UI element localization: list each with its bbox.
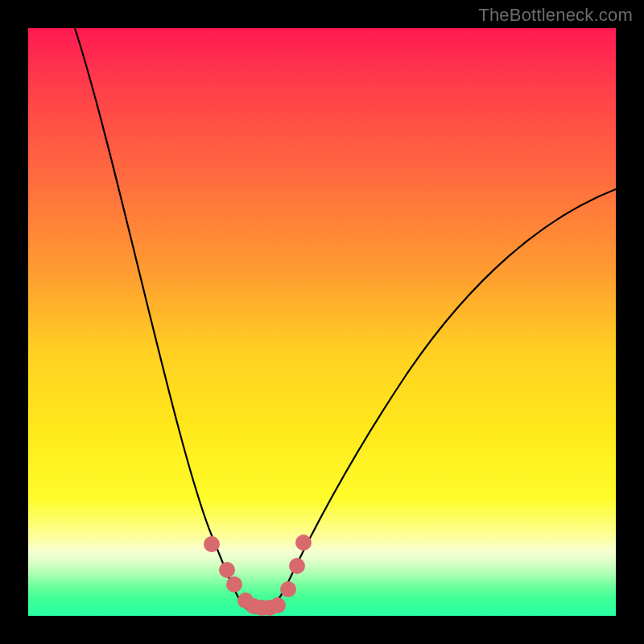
highlight-dot [226, 576, 242, 592]
highlight-dot [289, 558, 305, 574]
chart-frame: TheBottleneck.com [0, 0, 644, 644]
highlight-dot [295, 535, 312, 551]
highlight-dot [204, 536, 220, 552]
watermark-text: TheBottleneck.com [478, 5, 633, 26]
chart-svg [28, 28, 616, 616]
highlight-dot [219, 562, 235, 578]
plot-area [28, 28, 616, 616]
highlight-dot [270, 597, 286, 613]
highlight-dot [280, 581, 296, 597]
highlight-dots-group [204, 535, 312, 616]
bottleneck-curve [75, 28, 616, 613]
